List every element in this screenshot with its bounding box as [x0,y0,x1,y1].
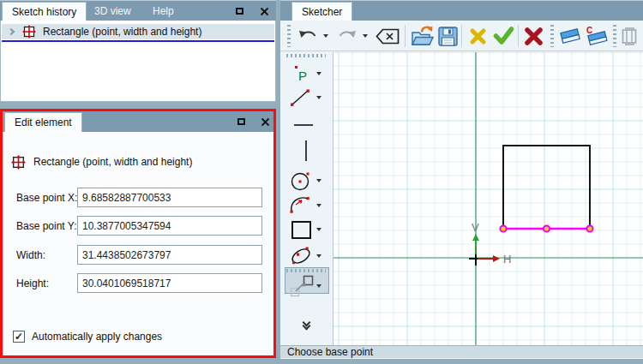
vertical-line-tool-button[interactable] [299,138,313,164]
sketcher-panel: Sketcher [280,0,643,359]
ellipse-dropdown-arrow[interactable] [316,254,322,258]
more-tools-button[interactable] [299,316,313,331]
circle-dropdown-arrow[interactable] [316,179,322,182]
arc-tool-button[interactable] [286,193,314,217]
ellipse-icon [289,245,313,267]
toolbar-separator [518,25,519,47]
line-tool-button[interactable] [287,87,313,109]
redo-icon [336,27,358,45]
point-tool-button[interactable]: P [287,63,313,84]
horizontal-line-tool-button[interactable] [292,119,315,131]
eraser-button[interactable] [558,25,582,47]
undo-dropdown-arrow[interactable] [323,34,328,38]
maximize-icon [236,8,243,15]
line-icon [289,87,311,108]
discard-button[interactable] [466,26,489,46]
tree-item-label: Rectangle (point, width and height) [43,26,201,38]
edit-element-dialog: Edit element Rectangle (point, width and… [0,109,276,358]
dialog-title: Edit element [15,116,72,128]
horizontal-line-icon [293,122,314,128]
circle-icon [290,170,313,192]
eraser-c-icon: C [585,26,609,46]
transform-dropdown-arrow[interactable] [316,284,322,288]
base-point-x-field[interactable] [77,188,262,207]
close-button[interactable] [258,5,271,17]
sketch-history-window: Sketch history 3D view Help [0,0,276,102]
sketcher-titlebar: Sketcher [280,0,643,21]
edit-dialog-title-tab[interactable]: Edit element [4,112,82,132]
green-check-icon [493,27,514,45]
close-button[interactable] [259,116,272,128]
cancel-button[interactable] [522,25,545,47]
yellow-x-icon [469,27,487,45]
undo-icon [297,27,319,45]
rectangle-dropdown-arrow[interactable] [316,228,322,231]
maximize-button[interactable] [233,5,246,17]
maximize-icon [237,118,245,125]
tree-row-rectangle[interactable]: Rectangle (point, width and height) [2,24,274,39]
tab-label: Sketch history [12,6,76,18]
svg-text:P: P [298,69,307,83]
status-message: Choose base point [287,346,373,358]
open-file-icon [411,26,434,47]
point-dropdown-arrow[interactable] [316,72,322,75]
status-bar: Choose base point [280,345,643,359]
base-point-x-label: Base point X: [16,188,78,207]
width-label: Width: [16,246,78,265]
toolbar-separator [461,25,462,47]
red-x-icon [524,27,544,46]
edit-dialog-header: Rectangle (point, width and height) [33,156,192,168]
eraser-constraints-button[interactable]: C [584,24,610,48]
eraser-icon [559,27,581,45]
vertical-line-icon [303,139,309,163]
close-icon [261,117,270,127]
sketch-canvas[interactable]: HV [333,52,643,345]
arc-icon [288,194,312,216]
tab-help[interactable]: Help [144,2,183,21]
save-button[interactable] [436,25,459,47]
base-point-y-label: Base point Y: [16,217,78,236]
backspace-button[interactable] [375,25,400,47]
toolbar-drag-handle[interactable] [287,25,291,47]
open-button[interactable] [409,24,435,48]
history-titlebar: Sketch history 3D view Help [0,0,276,21]
transform-icon [289,274,314,298]
auto-apply-checkbox[interactable]: ✓ [13,331,25,343]
toolbar-group-separator [613,25,616,47]
svg-text:H: H [503,253,511,266]
application-window: Sketch history 3D view Help [0,0,643,364]
toolbar-drag-handle[interactable] [286,54,326,57]
tab-label: Sketcher [302,6,342,18]
line-dropdown-arrow[interactable] [316,96,322,99]
height-field[interactable] [77,273,262,293]
tab-sketch-history[interactable]: Sketch history [2,2,87,21]
ellipse-tool-button[interactable] [287,244,315,268]
backspace-icon [376,28,400,45]
height-label: Height: [16,274,78,293]
undo-button[interactable] [297,25,320,47]
tab-sketcher[interactable]: Sketcher [291,2,352,21]
history-tree: Rectangle (point, width and height) [0,21,276,102]
redo-button[interactable] [335,25,358,47]
auto-apply-label: Automatically apply changes [32,331,162,343]
tab-label: 3D view [94,5,131,17]
save-icon [438,27,458,46]
sketcher-toolbar: C [280,21,643,51]
rectangle-icon [291,220,312,240]
redo-dropdown-arrow[interactable] [363,34,368,38]
circle-tool-button[interactable] [288,169,314,193]
base-point-y-field[interactable] [77,216,262,236]
tab-3d-view[interactable]: 3D view [86,2,140,21]
maximize-button[interactable] [235,116,248,128]
apply-button[interactable] [491,25,515,47]
arc-dropdown-arrow[interactable] [316,204,322,207]
expander-icon[interactable] [8,28,15,35]
edit-dialog-body: Rectangle (point, width and height) Base… [3,132,273,355]
panel-button[interactable] [619,25,640,47]
width-field[interactable] [77,245,262,265]
close-icon [260,7,269,16]
panel-icon [622,27,638,45]
auto-apply-row: ✓ Automatically apply changes [13,331,162,343]
transform-tool-button[interactable] [287,273,315,299]
rectangle-tool-button[interactable] [288,218,314,241]
